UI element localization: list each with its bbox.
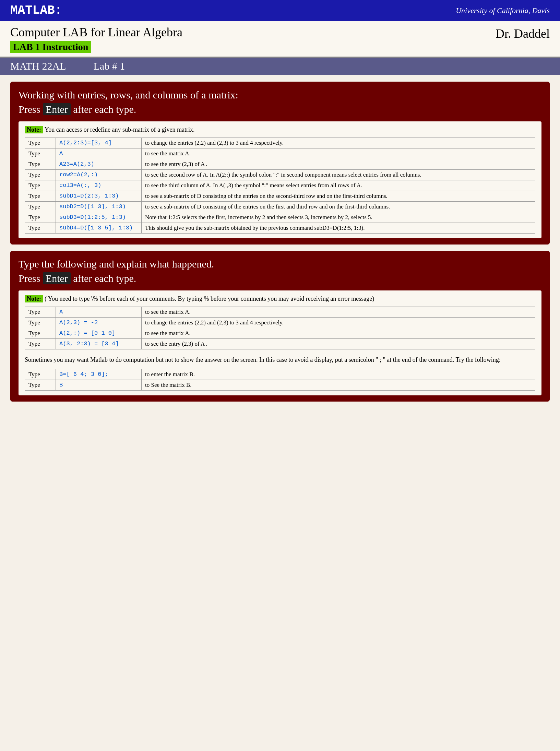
box2-title-pre: Press [19, 273, 43, 284]
section-bar: MATH 22AL Lab # 1 [0, 58, 560, 75]
table-row: Type B to See the matrix B. [25, 380, 535, 390]
lab-badge: LAB 1 Instruction [10, 41, 91, 53]
row-label: Type [25, 191, 56, 202]
row-label: Type [25, 307, 56, 318]
row-label: Type [25, 212, 56, 223]
row-label: Type [25, 318, 56, 328]
row-description: to change the entries (2,2) and (2,3) to… [142, 138, 535, 148]
row-code: B=[ 6 4; 3 0]; [56, 369, 142, 380]
box2-note: Note:( You need to type \% before each o… [25, 295, 535, 302]
row-description: to see a sub-matrix of D consisting of t… [142, 191, 535, 202]
box2-title: Type the following and explain what happ… [19, 257, 541, 286]
table-row: Type row2=A(2,:) to see the second row o… [25, 170, 535, 180]
row-description: Note that 1:2:5 selects the the first, i… [142, 212, 535, 223]
header-bar: MATLAB: University of California, Davis [0, 0, 560, 21]
row-description: to see the matrix A. [142, 307, 535, 318]
row-description: to see the third column of A. In A(:,3) … [142, 180, 535, 191]
row-description: to See the matrix B. [142, 380, 535, 390]
row-code: A [56, 148, 142, 159]
sub-header-left: Computer LAB for Linear Algebra LAB 1 In… [10, 25, 182, 53]
course-code: MATH 22AL [10, 60, 66, 72]
row-code: A(2,:) = [0 1 0] [56, 328, 142, 339]
table-row: Type subD1=D(2:3, 1:3) to see a sub-matr… [25, 191, 535, 202]
row-label: Type [25, 380, 56, 390]
box1-enter-word: Enter [43, 103, 71, 115]
row-description: to see a sub-matrix of D consisting of t… [142, 202, 535, 212]
row-description: to change the entries (2,2) and (2,3) to… [142, 318, 535, 328]
instructor-label: Dr. Daddel [496, 25, 550, 41]
lab-number: Lab # 1 [94, 60, 125, 72]
row-code: A [56, 307, 142, 318]
row-code: A23=A(2,3) [56, 159, 142, 170]
table-row: Type A to see the matrix A. [25, 148, 535, 159]
table-row: Type col3=A(:, 3) to see the third colum… [25, 180, 535, 191]
course-title: Computer LAB for Linear Algebra [10, 25, 182, 39]
row-code: subD2=D([1 3], 1:3) [56, 202, 142, 212]
table-row: Type subD4=D([1 3 5], 1:3) This should g… [25, 223, 535, 234]
box2-title-line1: Type the following and explain what happ… [19, 258, 214, 270]
row-code: A(2,3) = -2 [56, 318, 142, 328]
matlab-title: MATLAB: [10, 3, 62, 17]
box1-title-post: after each type. [71, 104, 136, 115]
box1-note-badge: Note: [25, 126, 43, 133]
row-code: subD4=D([1 3 5], 1:3) [56, 223, 142, 234]
box2-note-badge: Note: [25, 295, 43, 302]
row-code: A(3, 2:3) = [3 4] [56, 339, 142, 349]
box1-table: Type A(2,2:3)=[3, 4] to change the entri… [25, 138, 535, 234]
box1-title-pre: Press [19, 104, 43, 115]
box2-table: Type A to see the matrix A. Type A(2,3) … [25, 307, 535, 349]
main-content: Working with entries, rows, and columns … [0, 75, 560, 415]
row-code: subD3=D(1:2:5, 1:3) [56, 212, 142, 223]
row-description: to enter the matrix B. [142, 369, 535, 380]
row-label: Type [25, 180, 56, 191]
table-row: Type subD2=D([1 3], 1:3) to see a sub-ma… [25, 202, 535, 212]
box2-note-text: ( You need to type \% before each of you… [45, 295, 374, 302]
row-code: col3=A(:, 3) [56, 180, 142, 191]
table-row: Type A(2,2:3)=[3, 4] to change the entri… [25, 138, 535, 148]
box1-inner: Note:You can access or redefine any sub-… [19, 121, 541, 238]
row-description: to see the matrix A. [142, 148, 535, 159]
box1-note-text: You can access or redefine any sub-matri… [45, 126, 195, 133]
sub-header: Computer LAB for Linear Algebra LAB 1 In… [0, 21, 560, 58]
row-label: Type [25, 223, 56, 234]
box1-note: Note:You can access or redefine any sub-… [25, 126, 535, 133]
box2-bottom-text: Sometimes you may want Matlab to do comp… [25, 355, 535, 365]
table-row: Type B=[ 6 4; 3 0]; to enter the matrix … [25, 369, 535, 380]
table-row: Type A to see the matrix A. [25, 307, 535, 318]
row-description: to see the entry (2,3) of A . [142, 339, 535, 349]
row-label: Type [25, 339, 56, 349]
table-row: Type A(3, 2:3) = [3 4] to see the entry … [25, 339, 535, 349]
sub-header-right: Dr. Daddel [496, 25, 550, 41]
row-code: subD1=D(2:3, 1:3) [56, 191, 142, 202]
row-code: A(2,2:3)=[3, 4] [56, 138, 142, 148]
row-label: Type [25, 159, 56, 170]
row-label: Type [25, 138, 56, 148]
row-code: row2=A(2,:) [56, 170, 142, 180]
box2-enter-word: Enter [43, 272, 71, 284]
table-row: Type A(2,3) = -2 to change the entries (… [25, 318, 535, 328]
box2: Type the following and explain what happ… [10, 251, 550, 402]
box1: Working with entries, rows, and columns … [10, 82, 550, 245]
row-label: Type [25, 202, 56, 212]
university-label: University of California, Davis [456, 6, 550, 15]
row-description: to see the second row of A. In A(2;:) th… [142, 170, 535, 180]
row-description: This should give you the sub-matrix obta… [142, 223, 535, 234]
table-row: Type A23=A(2,3) to see the entry (2,3) o… [25, 159, 535, 170]
row-label: Type [25, 369, 56, 380]
table-row: Type A(2,:) = [0 1 0] to see the matrix … [25, 328, 535, 339]
row-description: to see the matrix A. [142, 328, 535, 339]
box1-title-line1: Working with entries, rows, and columns … [19, 89, 238, 100]
row-label: Type [25, 328, 56, 339]
row-code: B [56, 380, 142, 390]
box1-title: Working with entries, rows, and columns … [19, 88, 541, 117]
box2-bottom-table: Type B=[ 6 4; 3 0]; to enter the matrix … [25, 369, 535, 391]
box2-title-post: after each type. [71, 273, 136, 284]
table-row: Type subD3=D(1:2:5, 1:3) Note that 1:2:5… [25, 212, 535, 223]
box2-inner: Note:( You need to type \% before each o… [19, 290, 541, 395]
row-label: Type [25, 170, 56, 180]
row-label: Type [25, 148, 56, 159]
row-description: to see the entry (2,3) of A . [142, 159, 535, 170]
